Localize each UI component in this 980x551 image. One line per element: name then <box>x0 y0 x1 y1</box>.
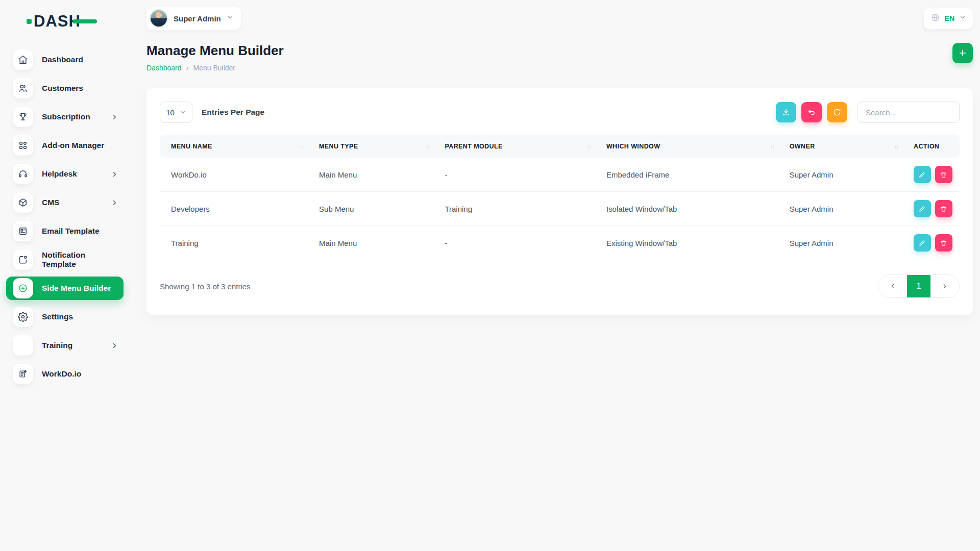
page-number-button[interactable]: 1 <box>907 275 930 297</box>
sort-icon <box>770 144 774 149</box>
table-row: WorkDo.io Main Menu - Embedded iFrame Su… <box>160 158 960 192</box>
app-layout: DASH Dashboard Customers Subscrip <box>0 0 980 551</box>
logo-dot-shape <box>27 19 32 24</box>
plus-icon <box>958 48 967 58</box>
globe-icon <box>930 13 940 24</box>
sidebar-item-email-template[interactable]: Email Template <box>6 219 124 243</box>
gear-icon <box>13 307 33 327</box>
pencil-icon <box>918 171 926 179</box>
sidebar-item-training[interactable]: Training <box>6 334 124 357</box>
sidebar-item-cms[interactable]: CMS <box>6 191 124 214</box>
chevron-down-icon <box>227 14 234 23</box>
delete-button[interactable] <box>935 200 952 217</box>
reset-button[interactable] <box>801 102 822 122</box>
download-icon <box>781 108 791 117</box>
chevron-down-icon <box>179 109 186 116</box>
edit-button[interactable] <box>914 200 931 217</box>
sidebar-item-label: Settings <box>42 312 73 321</box>
column-header-parent-module[interactable]: PARENT MODULE <box>437 135 599 158</box>
sidebar-item-subscription[interactable]: Subscription <box>6 105 124 129</box>
blank-icon <box>13 335 33 356</box>
cell-parent-module: - <box>437 226 599 260</box>
sidebar-item-label: Helpdesk <box>42 169 77 179</box>
cell-menu-type: Main Menu <box>312 226 437 260</box>
edit-button[interactable] <box>914 234 931 252</box>
column-header-which-window[interactable]: WHICH WINDOW <box>599 135 782 158</box>
pencil-icon <box>918 205 926 213</box>
column-header-action: ACTION <box>906 135 960 158</box>
language-selector[interactable]: EN <box>924 8 973 29</box>
edit-button[interactable] <box>914 166 931 183</box>
cell-menu-type: Main Menu <box>312 158 437 192</box>
row-actions <box>914 200 952 217</box>
add-menu-button[interactable] <box>952 43 973 63</box>
sidebar-item-settings[interactable]: Settings <box>6 305 124 329</box>
column-label: MENU NAME <box>171 143 212 150</box>
export-button[interactable] <box>776 102 796 122</box>
document-edit-icon <box>13 364 33 384</box>
chevron-right-icon <box>111 199 118 207</box>
title-block: Manage Menu Builder Dashboard Menu Build… <box>146 43 284 72</box>
sidebar-item-label: Email Template <box>42 227 100 236</box>
headphones-icon <box>13 164 33 184</box>
refresh-button[interactable] <box>827 102 847 122</box>
sidebar-item-customers[interactable]: Customers <box>6 77 124 100</box>
trash-icon <box>940 205 947 213</box>
column-header-menu-type[interactable]: MENU TYPE <box>312 135 437 158</box>
sort-icon <box>894 144 898 149</box>
pencil-icon <box>918 239 926 247</box>
layout-list-icon <box>13 221 33 241</box>
breadcrumb: Dashboard Menu Builder <box>146 63 284 72</box>
table-row: Training Main Menu - Existing Window/Tab… <box>160 226 960 260</box>
cell-owner: Super Admin <box>782 158 906 192</box>
topbar: Super Admin EN <box>146 0 973 31</box>
sidebar-item-label: Subscription <box>42 112 90 121</box>
page-title: Manage Menu Builder <box>146 43 284 59</box>
cell-menu-name: WorkDo.io <box>160 158 312 192</box>
chevron-right-icon <box>941 283 948 290</box>
chevron-right-icon <box>111 113 118 121</box>
cell-owner: Super Admin <box>782 226 906 260</box>
column-label: MENU TYPE <box>319 143 358 150</box>
search-input[interactable] <box>857 102 960 123</box>
delete-button[interactable] <box>935 166 952 183</box>
sidebar-item-label: Training <box>42 341 72 350</box>
cell-owner: Super Admin <box>782 192 906 226</box>
language-code: EN <box>945 14 954 22</box>
cell-which-window: Embedded iFrame <box>599 158 782 192</box>
user-menu[interactable]: Super Admin <box>146 7 241 30</box>
sidebar-item-label: Dashboard <box>42 55 83 64</box>
chevron-right-icon <box>111 342 118 349</box>
prev-page-button[interactable] <box>878 275 907 297</box>
sidebar-item-helpdesk[interactable]: Helpdesk <box>6 162 124 186</box>
breadcrumb-dashboard-link[interactable]: Dashboard <box>146 64 182 72</box>
column-label: ACTION <box>914 143 939 150</box>
chevron-down-icon <box>959 14 966 23</box>
row-actions <box>914 234 952 252</box>
sidebar-item-dashboard[interactable]: Dashboard <box>6 48 124 71</box>
home-icon <box>13 49 33 70</box>
entries-per-page-select[interactable]: 10 <box>160 102 192 123</box>
package-icon <box>13 192 33 213</box>
column-header-menu-name[interactable]: MENU NAME <box>160 135 312 158</box>
sidebar-item-addon-manager[interactable]: Add-on Manager <box>6 134 124 157</box>
table-toolbar: 10 Entries Per Page <box>160 102 960 123</box>
sidebar-item-label: WorkDo.io <box>42 369 81 379</box>
cell-which-window: Isolated Window/Tab <box>599 192 782 226</box>
entries-per-page-label: Entries Per Page <box>202 108 264 117</box>
brand-logo[interactable]: DASH <box>27 12 124 31</box>
showing-entries-text: Showing 1 to 3 of 3 entries <box>160 282 251 291</box>
next-page-button[interactable] <box>930 275 959 297</box>
pagination: 1 <box>878 274 960 298</box>
sort-icon <box>587 144 591 149</box>
users-icon <box>13 78 33 98</box>
sidebar-item-workdo[interactable]: WorkDo.io <box>6 362 124 386</box>
sidebar-item-side-menu-builder[interactable]: Side Menu Builder <box>6 277 124 300</box>
table-footer: Showing 1 to 3 of 3 entries 1 <box>160 274 960 298</box>
cell-parent-module: - <box>437 158 599 192</box>
delete-button[interactable] <box>935 234 952 252</box>
undo-icon <box>807 108 816 117</box>
breadcrumb-separator <box>186 63 189 72</box>
sidebar-item-notification-template[interactable]: Notification Template <box>6 248 124 271</box>
column-header-owner[interactable]: OWNER <box>782 135 906 158</box>
